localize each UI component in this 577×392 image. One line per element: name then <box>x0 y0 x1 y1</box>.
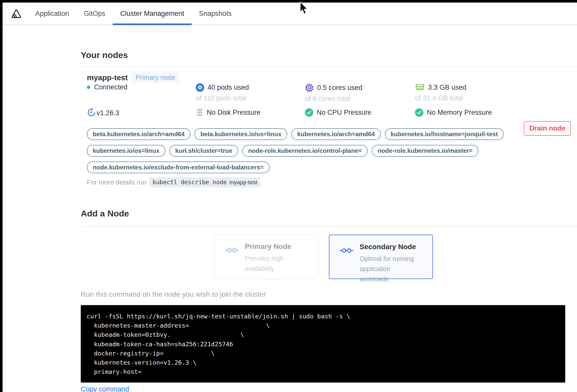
tab-gitops[interactable]: GitOps <box>76 3 113 25</box>
kubectl-command: kubectl describe node <box>153 179 227 186</box>
command-line: primary-host= <box>87 367 560 376</box>
cpu-pressure-label: No CPU Pressure <box>317 109 372 117</box>
node-label-pill: kurl.sh/cluster=true <box>169 145 238 157</box>
node-header: myapp-test Primary node <box>87 72 179 83</box>
memory-stat: RAM 3.3 GB used of 31.4 GB total <box>415 83 492 103</box>
kubernetes-icon: ☸ <box>196 83 204 92</box>
primary-node-option-subtitle: Provides high availability <box>245 253 301 274</box>
node-name: myapp-test <box>87 73 128 82</box>
node-label-pill: kubernetes.io/os=linux <box>87 145 165 157</box>
pods-used-label: 40 pods used <box>207 84 249 91</box>
pods-total-label: of 110 pods total <box>196 94 305 102</box>
memory-pressure-label: No Memory Pressure <box>427 109 492 117</box>
cores-used-label: 0.5 cores used <box>317 84 362 92</box>
window-left-edge <box>0 0 3 392</box>
version-label: v1.26.3 <box>97 109 119 117</box>
tab-snapshots[interactable]: Snapshots <box>192 3 239 25</box>
replicated-logo-icon <box>10 8 22 20</box>
cluster-management-page: Application GitOps Cluster Management Sn… <box>0 0 577 392</box>
cores-stat: 0.5 cores used of 8 cores total <box>305 83 415 103</box>
memory-used-label: 3.3 GB used <box>428 84 466 91</box>
cpu-pressure-cell: No CPU Pressure <box>305 108 415 117</box>
node-status-cell: Connected <box>87 83 196 103</box>
join-command-instruction: Run this command on the node you wish to… <box>81 290 266 298</box>
node-type-options: Primary Node Provides high availability … <box>214 235 433 279</box>
node-label-pill: beta.kubernetes.io/os=linux <box>194 128 287 140</box>
command-line: kubeadm-token=0ztbvy. \ <box>87 330 560 339</box>
window-top-edge <box>0 0 577 3</box>
primary-node-option[interactable]: Primary Node Provides high availability <box>214 235 318 279</box>
node-label-pill: node-role.kubernetes.io/control-plane= <box>242 145 368 157</box>
node-label-pill: kubernetes.io/hostname=jonquil-test <box>385 128 504 140</box>
node-link-icon <box>339 247 354 254</box>
cpu-icon <box>305 83 314 92</box>
primary-node-option-title: Primary Node <box>245 243 301 251</box>
details-prefix: For more details run <box>87 178 146 186</box>
check-icon <box>415 108 423 117</box>
node-labels: beta.kubernetes.io/arch=amd64 beta.kuber… <box>87 128 521 173</box>
node-stats-grid: Connected ☸ 40 pods used of 110 pods tot… <box>87 83 492 117</box>
node-label-pill: kubernetes.io/arch=amd64 <box>291 128 380 140</box>
disk-pressure-label: No Disk Pressure <box>207 109 260 117</box>
memory-pressure-cell: No Memory Pressure <box>415 108 492 117</box>
node-label-pill: node.kubernetes.io/exclude-from-external… <box>87 162 270 173</box>
kubectl-node-name: myapp-test <box>229 179 257 186</box>
disk-icon <box>196 108 203 117</box>
version-cell: v1.26.3 <box>87 108 196 117</box>
ram-icon: RAM <box>415 83 425 92</box>
version-icon <box>87 108 96 117</box>
secondary-node-option[interactable]: Secondary Node Optimal for running appli… <box>329 235 433 279</box>
node-link-icon <box>224 247 239 254</box>
primary-node-badge: Primary node <box>132 72 179 83</box>
command-line: kubeadm-token-ca-hash=sha256:221d25746 <box>87 340 560 349</box>
tab-application[interactable]: Application <box>28 3 76 25</box>
command-line: docker-registry-ip= \ <box>87 349 560 358</box>
your-nodes-title: Your nodes <box>81 50 128 60</box>
pods-stat: ☸ 40 pods used of 110 pods total <box>196 83 305 103</box>
node-status-label: Connected <box>94 83 128 91</box>
node-details-hint: For more details run kubectl describe no… <box>87 177 260 187</box>
command-line: curl -fsSL https://kurl.sh/jq-new-test-u… <box>87 312 560 321</box>
disk-pressure-cell: No Disk Pressure <box>196 108 305 117</box>
add-node-divider <box>81 226 577 226</box>
secondary-node-option-title: Secondary Node <box>360 243 416 251</box>
kubectl-describe-chip: kubectl describe node myapp-test <box>149 177 260 187</box>
tab-cluster-management[interactable]: Cluster Management <box>113 3 192 25</box>
secondary-node-option-subtitle: Optimal for running application workload… <box>360 253 416 284</box>
memory-total-label: of 31.4 GB total <box>415 94 492 102</box>
mouse-cursor-icon <box>298 2 309 16</box>
drain-node-button[interactable]: Drain node <box>524 121 571 136</box>
nav-tabs: Application GitOps Cluster Management Sn… <box>28 3 239 25</box>
connected-dot-icon <box>87 86 90 89</box>
command-line: kubernetes-master-address= \ <box>87 321 560 330</box>
copy-command-link[interactable]: Copy command <box>81 385 129 392</box>
top-nav: Application GitOps Cluster Management Sn… <box>3 3 577 25</box>
node-label-pill: node-role.kubernetes.io/master= <box>372 145 478 157</box>
node-label-pill: beta.kubernetes.io/arch=amd64 <box>87 128 190 140</box>
cores-total-label: of 8 cores total <box>305 95 415 103</box>
check-icon <box>305 108 313 117</box>
add-node-title: Add a Node <box>81 209 129 218</box>
command-line: kubernetes-version=v1.26.3 \ <box>87 358 560 367</box>
svg-text:RAM: RAM <box>417 85 423 88</box>
your-nodes-divider <box>81 66 577 67</box>
join-command-codeblock: curl -fsSL https://kurl.sh/jq-new-test-u… <box>81 305 565 383</box>
